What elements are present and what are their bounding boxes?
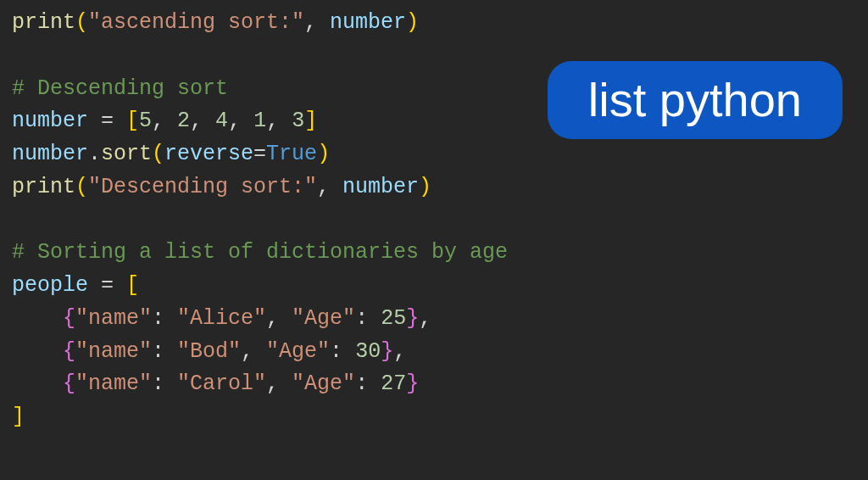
- close-brace: }: [406, 306, 419, 331]
- open-paren: (: [152, 142, 164, 166]
- dict-val-num: 30: [355, 339, 381, 364]
- num: 4: [215, 109, 228, 133]
- badge-label: list python: [588, 73, 802, 126]
- close-bracket: ]: [304, 109, 317, 133]
- close-paren: ): [406, 10, 419, 35]
- close-paren: ): [419, 175, 431, 199]
- open-paren: (: [75, 175, 88, 199]
- num: 1: [253, 109, 266, 133]
- method-sort: sort: [101, 142, 152, 166]
- var-number: number: [12, 142, 88, 166]
- open-brace: {: [63, 339, 75, 364]
- var-people: people: [12, 273, 88, 298]
- code-line-1: print("ascending sort:", number): [12, 7, 856, 40]
- code-line-13: ]: [12, 401, 856, 434]
- kwarg-reverse: reverse: [164, 142, 253, 166]
- code-line-9: people = [: [12, 270, 856, 303]
- keyword-true: True: [266, 142, 317, 166]
- close-brace: }: [406, 371, 419, 396]
- string-literal: "Descending sort:": [88, 175, 317, 199]
- close-brace: }: [381, 339, 393, 364]
- string-literal: "ascending sort:": [88, 10, 304, 35]
- var-number: number: [12, 109, 88, 133]
- open-bracket: [: [126, 273, 139, 298]
- num: 3: [292, 109, 304, 133]
- dict-key: "name": [75, 306, 152, 331]
- open-brace: {: [63, 371, 75, 396]
- open-brace: {: [63, 306, 75, 331]
- comma: ,: [317, 175, 342, 199]
- dict-key: "Age": [292, 306, 355, 331]
- fn-print: print: [12, 10, 75, 35]
- assign-op: =: [88, 109, 126, 133]
- code-line-8: # Sorting a list of dictionaries by age: [12, 237, 856, 270]
- dict-key: "name": [75, 339, 152, 364]
- num: 2: [177, 109, 190, 133]
- dict-key: "Age": [292, 371, 355, 396]
- fn-print: print: [12, 175, 75, 199]
- assign-op: =: [253, 142, 266, 166]
- dict-key: "Age": [266, 339, 330, 364]
- var-number: number: [330, 10, 406, 35]
- num: 5: [139, 109, 152, 133]
- assign-op: =: [88, 273, 126, 298]
- dict-val-num: 27: [381, 371, 406, 396]
- comment: # Descending sort: [12, 76, 228, 101]
- comment: # Sorting a list of dictionaries by age: [12, 240, 508, 265]
- title-badge: list python: [548, 61, 843, 139]
- code-line-10: {"name": "Alice", "Age": 25},: [12, 303, 856, 336]
- dict-val-num: 25: [381, 306, 406, 331]
- code-line-6: print("Descending sort:", number): [12, 171, 856, 204]
- close-paren: ): [317, 142, 330, 166]
- code-line-5: number.sort(reverse=True): [12, 138, 856, 171]
- dot-op: .: [88, 142, 101, 166]
- open-paren: (: [75, 10, 88, 35]
- code-line-blank: [12, 204, 856, 237]
- dict-val: "Carol": [177, 371, 266, 396]
- var-number: number: [342, 175, 419, 199]
- dict-val: "Bod": [177, 339, 241, 364]
- code-line-12: {"name": "Carol", "Age": 27}: [12, 368, 856, 401]
- code-line-11: {"name": "Bod", "Age": 30},: [12, 336, 856, 369]
- comma: ,: [304, 10, 330, 35]
- open-bracket: [: [126, 109, 139, 133]
- close-bracket: ]: [12, 405, 25, 429]
- dict-key: "name": [75, 371, 152, 396]
- dict-val: "Alice": [177, 306, 266, 331]
